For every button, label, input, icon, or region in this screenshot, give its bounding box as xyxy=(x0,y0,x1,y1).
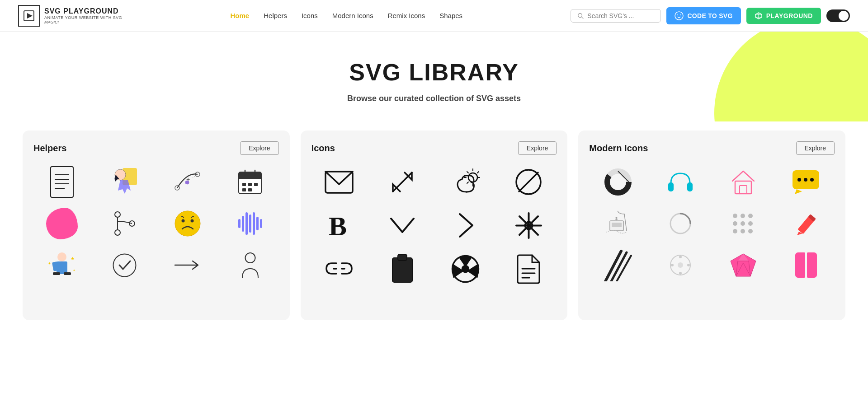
svg-point-38 xyxy=(175,211,200,236)
svg-rect-83 xyxy=(687,182,693,191)
modern-headphones xyxy=(652,164,709,200)
svg-rect-31 xyxy=(254,183,258,186)
icon-chevron-right xyxy=(438,207,494,243)
icons-card-header: Icons Explore xyxy=(311,141,557,155)
helper-item-arrow xyxy=(159,247,216,283)
modern-donut-chart xyxy=(589,164,646,200)
modern-chat-bubble xyxy=(777,164,835,200)
svg-point-34 xyxy=(115,212,120,217)
wave-bars-icon xyxy=(238,212,262,235)
logo-title: SVG PLAYGROUND xyxy=(44,7,122,15)
svg-rect-72 xyxy=(392,258,412,282)
nav-helpers[interactable]: Helpers xyxy=(264,12,287,19)
nav-remix-icons[interactable]: Remix Icons xyxy=(388,12,425,19)
circle-dots-icon xyxy=(669,253,692,277)
svg-point-99 xyxy=(748,221,753,226)
logo[interactable]: SVG PLAYGROUND ANIMATE YOUR WEBSITE WITH… xyxy=(18,5,122,27)
playground-label: PLAYGROUND xyxy=(766,12,813,19)
search-icon xyxy=(577,12,584,19)
helper-item-checkmark xyxy=(96,247,154,283)
ring-icon xyxy=(669,212,692,235)
wave-bar-4 xyxy=(249,214,251,233)
helper-item-sound-wave xyxy=(222,205,279,242)
icon-radioactive xyxy=(438,251,494,287)
svg-rect-82 xyxy=(668,182,674,191)
helpers-card-header: Helpers Explore xyxy=(33,141,279,155)
code-to-svg-label: CODE TO SVG xyxy=(687,12,732,19)
file-text-icon xyxy=(516,253,541,284)
hero-subtitle: Browse our curated collection of SVG ass… xyxy=(18,94,850,103)
icon-clipboard xyxy=(374,251,430,287)
svg-point-88 xyxy=(804,178,807,182)
svg-line-53 xyxy=(393,173,412,191)
svg-rect-29 xyxy=(242,183,246,186)
nav-shapes[interactable]: Shapes xyxy=(439,12,462,19)
icon-bold: B xyxy=(311,207,368,243)
chevron-down-icon xyxy=(388,216,416,235)
svg-text:B: B xyxy=(329,212,347,239)
modern-icons-card-header: Modern Icons Explore xyxy=(589,141,835,155)
hero-content: SVG LIBRARY Browse our curated collectio… xyxy=(0,32,868,121)
nav-modern-icons[interactable]: Modern Icons xyxy=(332,12,373,19)
radioactive-icon xyxy=(451,254,480,284)
icons-grid: B xyxy=(311,164,557,287)
icon-file-text xyxy=(501,251,557,287)
helper-item-calendar xyxy=(222,164,279,200)
svg-line-3 xyxy=(582,17,583,18)
nav-home[interactable]: Home xyxy=(231,12,250,19)
helper-item-woman xyxy=(96,164,154,200)
svg-point-97 xyxy=(733,221,737,226)
pink-blob-icon xyxy=(46,208,78,239)
person-icon xyxy=(240,252,260,279)
svg-point-113 xyxy=(671,264,674,266)
icon-mail xyxy=(311,164,368,200)
icons-explore-button[interactable]: Explore xyxy=(518,141,557,155)
svg-point-6 xyxy=(680,14,681,15)
svg-point-114 xyxy=(687,264,690,266)
svg-point-102 xyxy=(748,229,753,233)
cloud-sun-icon xyxy=(449,168,482,196)
svg-text:✦: ✦ xyxy=(73,269,75,272)
playground-button[interactable]: PLAYGROUND xyxy=(746,8,821,24)
modern-icons-explore-button[interactable]: Explore xyxy=(796,141,835,155)
chat-bubble-icon xyxy=(791,169,821,195)
code-to-svg-button[interactable]: CODE TO SVG xyxy=(666,7,741,24)
wave-bar-3 xyxy=(245,212,248,235)
svg-rect-33 xyxy=(248,188,252,191)
bezier-icon: + xyxy=(173,170,202,195)
svg-point-4 xyxy=(675,12,683,20)
theme-toggle[interactable] xyxy=(826,9,850,22)
hero-title: SVG LIBRARY xyxy=(18,59,850,86)
svg-point-95 xyxy=(741,214,745,218)
logo-subtitle: ANIMATE YOUR WEBSITE WITH SVG xyxy=(44,15,122,20)
document-icon xyxy=(48,166,75,198)
header-right: CODE TO SVG PLAYGROUND xyxy=(571,7,850,24)
wave-bar-1 xyxy=(238,219,241,228)
svg-line-63 xyxy=(519,173,538,191)
helpers-title: Helpers xyxy=(33,143,66,154)
svg-rect-91 xyxy=(612,223,622,227)
search-input[interactable] xyxy=(587,12,654,19)
svg-rect-44 xyxy=(53,272,60,275)
book-left xyxy=(795,252,805,278)
search-box[interactable] xyxy=(571,9,661,23)
icon-unlink xyxy=(311,251,368,287)
icons-card: Icons Explore xyxy=(301,131,568,320)
svg-rect-85 xyxy=(740,186,747,194)
modern-icons-card: Modern Icons Explore xyxy=(578,131,845,320)
helpers-explore-button[interactable]: Explore xyxy=(240,141,278,155)
stripes-icon xyxy=(603,249,632,281)
logo-magic: MAGIC! xyxy=(44,20,122,24)
helper-item-document xyxy=(33,164,91,200)
mail-icon xyxy=(324,170,354,195)
icon-block xyxy=(501,164,557,200)
chevron-right-icon xyxy=(456,211,475,239)
svg-point-87 xyxy=(797,178,801,182)
open-book-icon xyxy=(795,252,817,278)
svg-point-89 xyxy=(810,178,814,182)
main-nav: Home Helpers Icons Modern Icons Remix Ic… xyxy=(231,12,463,19)
modern-icons-title: Modern Icons xyxy=(589,143,648,154)
helper-item-branch xyxy=(96,205,154,242)
nav-icons[interactable]: Icons xyxy=(302,12,318,19)
clipboard-icon xyxy=(390,253,415,284)
